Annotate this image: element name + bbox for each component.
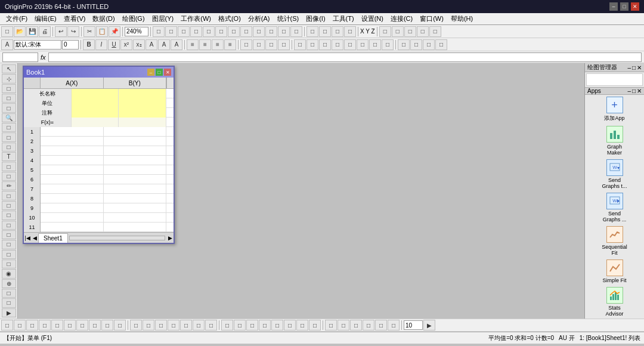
menu-image[interactable]: 图像(I) [302,13,329,24]
cell-b-longname[interactable] [119,89,166,98]
tb-d2[interactable]: □ [392,26,404,37]
btb-7[interactable]: □ [76,320,88,330]
menu-window[interactable]: 窗口(W) [416,13,447,24]
font-name-input[interactable] [14,40,61,50]
menu-plot[interactable]: 绘图(G) [119,13,148,24]
col-header-a[interactable]: A(X) [41,78,104,88]
simple-fit-app[interactable]: Simple Fit [585,258,644,285]
tb-g4[interactable]: □ [278,39,290,50]
btb-11[interactable]: □ [130,320,142,330]
lt-b22[interactable]: ◉ [2,269,16,278]
lt-draw[interactable]: ✏ [2,181,16,190]
lt-select[interactable]: ⊹ [2,74,16,83]
tb-undo[interactable]: ↩ [55,26,67,37]
font-color-button[interactable]: A [145,39,157,50]
cell-b-note[interactable] [119,108,166,118]
tb-h5[interactable]: □ [344,39,356,50]
btb-22[interactable]: □ [271,320,283,330]
cell-b-10[interactable] [104,213,167,223]
tb-t1[interactable]: A [1,39,13,50]
minimize-button[interactable]: – [609,2,618,11]
tb-h1[interactable]: □ [294,39,306,50]
apps-minimize[interactable]: – [627,88,631,94]
btb-15[interactable]: □ [180,320,192,330]
btb-24[interactable]: □ [296,320,308,330]
close-button[interactable]: ✕ [631,2,639,11]
gm-minimize[interactable]: – [627,64,631,71]
tab-next[interactable]: ▶ [166,233,174,243]
lt-b14[interactable]: □ [2,191,16,200]
btb-27[interactable]: □ [338,320,349,330]
cell-b-2[interactable] [104,137,167,146]
tb-print[interactable]: 🖨 [39,26,51,37]
cell-b-7[interactable] [104,184,167,194]
lt-b8[interactable]: □ [2,132,16,141]
italic-button[interactable]: I [95,39,107,50]
graph-maker-app[interactable]: Graph Maker [585,124,644,157]
tb-h4[interactable]: □ [332,39,343,50]
align-center[interactable]: ≡ [199,39,211,50]
btb-29[interactable]: □ [363,320,374,330]
btb-31[interactable]: □ [388,320,400,330]
cell-a-unit[interactable] [72,98,119,108]
tb-h2[interactable]: □ [306,39,318,50]
tb-i4[interactable]: □ [435,39,447,50]
btb-18[interactable]: □ [221,320,233,330]
tb-i1[interactable]: □ [398,39,410,50]
btb-10[interactable]: □ [114,320,126,330]
btb-28[interactable]: □ [350,320,362,330]
cell-a-2[interactable] [41,137,104,146]
tb-h8[interactable]: □ [382,39,394,50]
lt-arrow[interactable]: ↖ [2,64,16,73]
maximize-button[interactable]: □ [620,2,628,11]
btb-16[interactable]: □ [193,320,205,330]
tb-b7[interactable]: □ [228,26,240,37]
tb-c2[interactable]: □ [319,26,331,37]
col-header-b[interactable]: B(Y) [104,78,167,88]
tb-g3[interactable]: □ [265,39,277,50]
apps-maximize[interactable]: □ [632,88,636,94]
cell-b-4[interactable] [104,156,167,165]
cell-a-4[interactable] [41,156,104,165]
gm-maximize[interactable]: □ [632,64,636,71]
lt-b18[interactable]: □ [2,230,16,239]
tb-redo[interactable]: ↪ [67,26,79,37]
tb-i3[interactable]: □ [423,39,435,50]
subscript-button[interactable]: x₂ [133,39,145,50]
tb-g2[interactable]: □ [253,39,265,50]
zoom-input[interactable] [125,27,148,36]
btb-13[interactable]: □ [155,320,167,330]
cell-b-11[interactable] [104,223,167,232]
tab-prev[interactable]: ◀ [31,233,38,243]
gm-close[interactable]: ✕ [637,64,642,71]
tb-b10[interactable]: □ [265,26,277,37]
cell-b-unit[interactable] [119,98,166,108]
btb-25[interactable]: □ [309,320,321,330]
menu-view[interactable]: 查看(V) [60,13,89,24]
tb-h3[interactable]: □ [319,39,331,50]
tb-new[interactable]: □ [1,26,13,37]
btb-14[interactable]: □ [168,320,179,330]
btb-19[interactable]: □ [234,320,246,330]
menu-stats[interactable]: 统计(S) [274,13,303,24]
book-minimize[interactable]: – [147,69,154,76]
menu-file[interactable]: 文件(F) [2,13,31,24]
btb-1[interactable]: □ [1,320,13,330]
lt-b24[interactable]: □ [2,289,16,298]
lt-text[interactable]: T [2,152,16,161]
send-graphs-app[interactable]: W Send Graphs ... [585,191,644,224]
tb-h7[interactable]: □ [369,39,381,50]
cell-b-fx[interactable] [119,118,166,127]
menu-tools[interactable]: 工具(T) [329,13,358,24]
lt-b16[interactable]: □ [2,211,16,220]
cell-b-9[interactable] [104,203,167,213]
cell-b-1[interactable] [104,127,167,137]
tb-d5[interactable]: □ [429,26,441,37]
book-close[interactable]: ✕ [164,69,171,76]
btb-6[interactable]: □ [64,320,76,330]
tb-d4[interactable]: □ [417,26,429,37]
lt-b4[interactable]: □ [2,94,16,103]
tb-b4[interactable]: □ [190,26,202,37]
tb-save[interactable]: 💾 [26,26,38,37]
lt-b20[interactable]: □ [2,250,16,259]
